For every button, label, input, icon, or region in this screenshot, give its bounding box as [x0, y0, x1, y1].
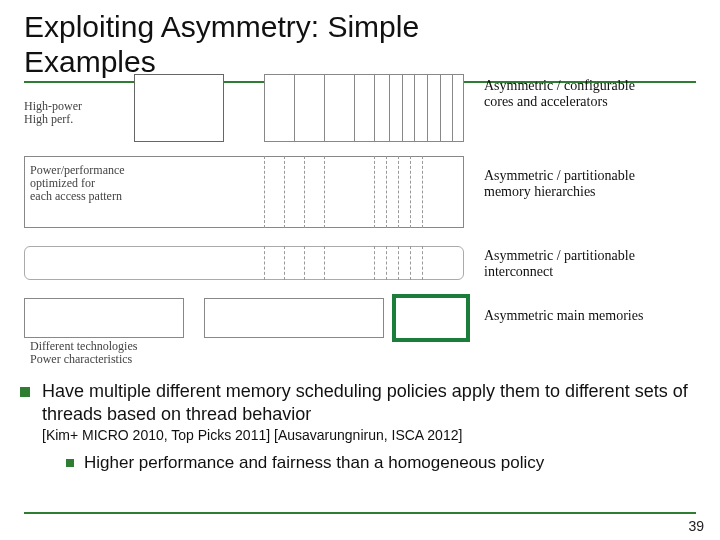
- label-mainmem-right: Asymmetric main memories: [484, 308, 704, 324]
- label-interconnect-right: Asymmetric / partitionable interconnect: [484, 248, 694, 280]
- bullet-2: Higher performance and fairness than a h…: [66, 453, 710, 473]
- bullet-1-text: Have multiple different memory schedulin…: [42, 381, 688, 424]
- label-cores-right: Asymmetric / configurable cores and acce…: [484, 78, 694, 110]
- label-core-left: High-power High perf.: [24, 100, 134, 126]
- label-memhier-left: Power/performance optimized for each acc…: [30, 164, 170, 204]
- mainmem-box-left: [24, 298, 184, 338]
- big-core-box: [134, 74, 224, 142]
- bullet-2-text: Higher performance and fairness than a h…: [84, 453, 544, 473]
- bullet-square-icon: [66, 459, 74, 467]
- footer-divider: [24, 512, 696, 514]
- bullet-content: Have multiple different memory schedulin…: [20, 380, 710, 473]
- architecture-diagram: High-power High perf. Asymmetric / confi…: [24, 64, 696, 364]
- slide-title-line1: Exploiting Asymmetry: Simple: [24, 10, 419, 43]
- label-memhier-right: Asymmetric / partitionable memory hierar…: [484, 168, 694, 200]
- bullet-1: Have multiple different memory schedulin…: [20, 380, 710, 425]
- bullet-1-reference: [Kim+ MICRO 2010, Top Picks 2011] [Ausav…: [42, 427, 710, 443]
- mainmem-box-highlight: [392, 294, 470, 342]
- label-mainmem-left: Different technologies Power characteris…: [30, 340, 210, 366]
- page-number: 39: [688, 518, 704, 534]
- bullet-square-icon: [20, 387, 30, 397]
- mainmem-box-mid: [204, 298, 384, 338]
- slide-title-line2: Examples: [24, 45, 156, 78]
